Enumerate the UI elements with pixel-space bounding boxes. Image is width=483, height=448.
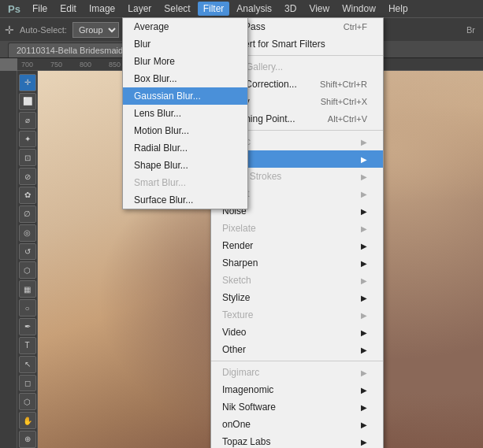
menu-onone[interactable]: onOne ▶ <box>211 416 383 433</box>
digimarc-arrow: ▶ <box>361 368 367 377</box>
menu-filter[interactable]: Filter <box>198 2 230 16</box>
tool-hand[interactable]: ✋ <box>19 412 36 429</box>
stylize-arrow: ▶ <box>361 294 367 302</box>
tool-type[interactable]: T <box>19 337 36 354</box>
ruler-tick-800: 800 <box>80 61 91 68</box>
blur-smart-blur: Smart Blur... <box>123 174 247 191</box>
menu-window[interactable]: Window <box>336 2 381 16</box>
menu-view[interactable]: View <box>303 2 335 16</box>
tool-move[interactable]: ✛ <box>19 74 36 91</box>
nik-software-arrow: ▶ <box>361 403 367 412</box>
render-arrow: ▶ <box>361 242 367 250</box>
tool-crop[interactable]: ⊡ <box>19 149 36 166</box>
ps-logo: Ps <box>3 3 25 15</box>
topaz-labs-arrow: ▶ <box>361 438 367 446</box>
auto-select-label: Auto-Select: <box>20 25 67 35</box>
tool-zoom[interactable]: ⊕ <box>19 431 36 448</box>
ruler-vertical <box>0 71 17 448</box>
menu-pixelate: Pixelate ▶ <box>211 220 383 237</box>
separator-3 <box>211 361 383 361</box>
blur-surface-blur[interactable]: Surface Blur... <box>123 191 247 209</box>
pixelate-arrow: ▶ <box>361 224 367 233</box>
tool-brush[interactable]: ∅ <box>19 205 36 223</box>
tool-3d[interactable]: ⬡ <box>19 393 36 410</box>
tool-eraser[interactable]: ⬡ <box>19 261 36 279</box>
blur-gaussian-blur[interactable]: Gaussian Blur... <box>123 87 247 105</box>
tool-lasso[interactable]: ⌀ <box>19 112 36 129</box>
ruler-tick-750: 750 <box>50 61 62 68</box>
sketch-arrow: ▶ <box>361 276 367 285</box>
brush-strokes-arrow: ▶ <box>361 172 367 181</box>
onone-arrow: ▶ <box>361 420 367 429</box>
tool-eyedropper[interactable]: ⊘ <box>19 168 36 185</box>
video-arrow: ▶ <box>361 328 367 337</box>
bridge-icon: Br <box>466 25 475 35</box>
auto-select-dropdown[interactable]: Group Layer <box>72 22 119 38</box>
move-tool-icon: ✛ <box>5 24 14 36</box>
tool-path-select[interactable]: ↖ <box>19 356 36 373</box>
noise-arrow: ▶ <box>361 207 367 216</box>
menu-edit[interactable]: Edit <box>54 2 82 16</box>
tool-shape[interactable]: ◻ <box>19 375 36 392</box>
blur-submenu: Average Blur Blur More Box Blur... Gauss… <box>122 17 248 209</box>
menu-sharpen[interactable]: Sharpen ▶ <box>211 254 383 272</box>
sharpen-arrow: ▶ <box>361 259 367 268</box>
menu-layer[interactable]: Layer <box>122 2 157 16</box>
menu-topaz-labs[interactable]: Topaz Labs ▶ <box>211 433 383 448</box>
tools-panel: ✛ ⬜ ⌀ ✦ ⊡ ⊘ ✿ ∅ ◎ ↺ ⬡ ▦ ○ ✒ T ↖ ◻ ⬡ ✋ ⊕ <box>17 71 38 448</box>
menu-3d[interactable]: 3D <box>279 2 302 16</box>
blur-blur-more[interactable]: Blur More <box>123 53 247 70</box>
menubar: Ps File Edit Image Layer Select Filter A… <box>0 0 483 17</box>
artistic-arrow: ▶ <box>361 138 367 146</box>
menu-render[interactable]: Render ▶ <box>211 237 383 254</box>
menu-file[interactable]: File <box>27 2 53 16</box>
tool-spot-healing[interactable]: ✿ <box>19 187 36 204</box>
menu-help[interactable]: Help <box>383 2 414 16</box>
blur-lens-blur[interactable]: Lens Blur... <box>123 105 247 122</box>
menu-texture: Texture ▶ <box>211 306 383 324</box>
tool-pen[interactable]: ✒ <box>19 318 36 335</box>
menu-video[interactable]: Video ▶ <box>211 324 383 341</box>
tool-history-brush[interactable]: ↺ <box>19 243 36 261</box>
ruler-tick-850: 850 <box>109 61 121 68</box>
tool-dodge[interactable]: ○ <box>19 299 36 317</box>
menu-imagenomic[interactable]: Imagenomic ▶ <box>211 381 383 398</box>
distort-arrow: ▶ <box>361 190 367 198</box>
blur-radial-blur[interactable]: Radial Blur... <box>123 139 247 157</box>
menu-other[interactable]: Other ▶ <box>211 341 383 358</box>
tool-marquee[interactable]: ⬜ <box>19 93 36 110</box>
menu-stylize[interactable]: Stylize ▶ <box>211 289 383 306</box>
blur-motion-blur[interactable]: Motion Blur... <box>123 122 247 139</box>
menu-nik-software[interactable]: Nik Software ▶ <box>211 398 383 416</box>
blur-blur[interactable]: Blur <box>123 35 247 53</box>
menu-digimarc: Digimarc ▶ <box>211 364 383 381</box>
blur-arrow: ▶ <box>361 155 367 164</box>
menu-analysis[interactable]: Analysis <box>231 2 277 16</box>
tool-gradient[interactable]: ▦ <box>19 280 36 298</box>
texture-arrow: ▶ <box>361 311 367 320</box>
menu-select[interactable]: Select <box>158 2 195 16</box>
tool-magic-wand[interactable]: ✦ <box>19 131 36 148</box>
tool-clone[interactable]: ◎ <box>19 224 36 242</box>
blur-shape-blur[interactable]: Shape Blur... <box>123 157 247 174</box>
ruler-tick-700: 700 <box>21 61 33 68</box>
imagenomic-arrow: ▶ <box>361 386 367 394</box>
blur-box-blur[interactable]: Box Blur... <box>123 70 247 87</box>
menu-sketch: Sketch ▶ <box>211 272 383 289</box>
other-arrow: ▶ <box>361 346 367 354</box>
blur-average[interactable]: Average <box>123 18 247 35</box>
menu-image[interactable]: Image <box>84 2 121 16</box>
